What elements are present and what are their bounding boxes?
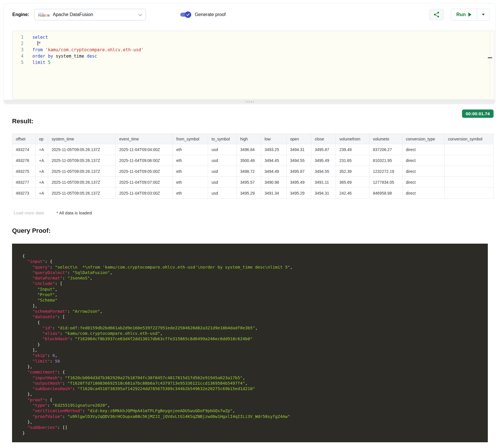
code-token bbox=[22, 370, 27, 374]
code-line: order by system_time desc bbox=[32, 53, 494, 59]
code-token: "Schema" bbox=[37, 298, 57, 302]
table-row: 493277+A2025-11-05T09:05:26.137Z2025-11-… bbox=[12, 177, 494, 188]
code-token: "subQueries" bbox=[27, 425, 57, 430]
code-token bbox=[22, 425, 27, 430]
code-token bbox=[22, 270, 32, 275]
table-cell: eth bbox=[173, 177, 208, 188]
share-button[interactable] bbox=[429, 9, 444, 20]
proof-line: "include": [ bbox=[22, 281, 483, 286]
code-token: "alias" bbox=[42, 331, 60, 336]
column-header: low bbox=[261, 134, 287, 144]
code-token: "subQueriesHash" bbox=[32, 386, 73, 391]
code-token: "u9hlgwlD3Vy2qQDV36rHCOupxa08c5KjMZJ2_jQ… bbox=[67, 414, 290, 419]
table-cell: 493274 bbox=[12, 144, 36, 155]
code-token bbox=[22, 408, 32, 413]
code-token: : { bbox=[45, 398, 52, 402]
code-token: "did:key:z6MkkhJQPHpA41mTPLFgBeygnjeeADU… bbox=[87, 408, 232, 413]
proof-line: }, bbox=[22, 364, 483, 369]
code-token: , bbox=[245, 381, 248, 386]
table-cell: 3495.87 bbox=[287, 166, 311, 177]
proof-line: "proofValue": "u9hlgwlD3Vy2qQDV36rHCOupx… bbox=[22, 414, 483, 419]
table-cell: 231.65 bbox=[336, 155, 369, 166]
table-cell: 2025-11-04T09:07:00Z bbox=[116, 177, 173, 188]
proof-line: ], bbox=[22, 303, 483, 309]
column-header: event_time bbox=[116, 134, 173, 144]
code-token: order bbox=[32, 54, 45, 59]
table-cell: 365.69 bbox=[336, 177, 369, 188]
table-cell: 3494.45 bbox=[261, 155, 287, 166]
code-token: : bbox=[62, 276, 67, 280]
code-token: }, bbox=[22, 420, 32, 424]
code-token bbox=[22, 403, 32, 408]
code-token: ], bbox=[22, 348, 37, 352]
column-header: conversion_symbol bbox=[445, 134, 494, 144]
code-token bbox=[22, 381, 32, 386]
code-token bbox=[22, 265, 32, 269]
code-token: , bbox=[255, 326, 258, 330]
code-token: 'kamu/com.cryptocompare.ohlcv.eth-usd' bbox=[45, 47, 144, 52]
table-cell bbox=[445, 177, 494, 188]
table-cell: 493276 bbox=[12, 155, 36, 166]
load-more-button[interactable]: Load more data bbox=[14, 210, 44, 215]
generate-proof-toggle[interactable] bbox=[180, 11, 191, 18]
code-token: "include" bbox=[32, 281, 55, 286]
code-token: limit bbox=[32, 60, 45, 65]
run-button[interactable]: Run bbox=[451, 9, 477, 20]
code-token: "SqlDataFusion" bbox=[73, 270, 110, 275]
code-token bbox=[22, 331, 42, 336]
code-token: "f162064cf8b3937ce63d4f2dd13017db63cffe3… bbox=[75, 337, 253, 341]
code-token bbox=[22, 309, 32, 314]
resize-handle[interactable] bbox=[245, 101, 254, 103]
line-number: 5 bbox=[13, 59, 28, 66]
line-number: 3 bbox=[13, 47, 28, 53]
table-cell bbox=[445, 155, 494, 166]
code-token: , bbox=[100, 309, 103, 314]
table-cell: +A bbox=[36, 155, 48, 166]
code-token bbox=[22, 314, 32, 319]
code-token: }, bbox=[22, 392, 32, 396]
table-cell: 3494.31 bbox=[311, 188, 336, 199]
proof-line: "subQueriesHash": "f1620ca4510738395af14… bbox=[22, 386, 483, 392]
engine-select[interactable]: DATA. FUSION Apache DataFusion bbox=[34, 9, 146, 20]
code-token bbox=[43, 47, 45, 52]
play-icon bbox=[468, 13, 471, 17]
code-token: "kamu/com.cryptocompare.ohlcv.eth-usd" bbox=[65, 331, 160, 336]
column-header: to_symbol bbox=[208, 134, 237, 144]
table-cell: 3494.55 bbox=[311, 166, 336, 177]
code-line: from 'kamu/com.cryptocompare.ohlcv.eth-u… bbox=[32, 47, 494, 53]
column-header: system_time bbox=[48, 134, 116, 144]
table-cell: 2025-11-04T09:05:00Z bbox=[116, 166, 173, 177]
table-cell: 493273 bbox=[12, 188, 36, 199]
table-cell bbox=[445, 144, 494, 155]
code-token: desc bbox=[87, 54, 97, 59]
code-token: "id" bbox=[42, 326, 52, 330]
run-menu-button[interactable] bbox=[477, 9, 490, 20]
code-token: "Proof" bbox=[37, 292, 55, 297]
table-cell: 3495.49 bbox=[311, 155, 336, 166]
sql-editor[interactable]: 12345 select *from 'kamu/com.cryptocompa… bbox=[12, 31, 494, 99]
code-token bbox=[22, 359, 32, 363]
code-token bbox=[22, 276, 32, 280]
toggle-thumb bbox=[185, 11, 191, 18]
table-cell: 3493.25 bbox=[261, 144, 287, 155]
share-icon bbox=[433, 11, 440, 18]
table-row: 493276+A2025-11-05T09:05:26.137Z2025-11-… bbox=[12, 155, 494, 166]
proof-line: } bbox=[22, 342, 483, 347]
table-cell: 2025-11-04T09:04:00Z bbox=[116, 144, 173, 155]
table-cell: 3490.98 bbox=[261, 177, 287, 188]
table-cell: 3500.48 bbox=[237, 155, 261, 166]
proof-line: ], bbox=[22, 347, 483, 353]
proof-line: { bbox=[22, 253, 483, 259]
code-token: : bbox=[67, 270, 72, 275]
proof-line: "dataFormat": "JsonAoS", bbox=[22, 275, 483, 281]
editor-scrollbar-thumb[interactable] bbox=[488, 57, 492, 58]
code-token: { bbox=[22, 320, 40, 325]
code-token: : bbox=[47, 353, 52, 358]
code-token: "commitment" bbox=[27, 370, 57, 374]
query-panel: Engine: DATA. FUSION Apache DataFusion G… bbox=[3, 3, 496, 104]
code-token: ], bbox=[22, 304, 37, 308]
datafusion-logo: DATA. FUSION bbox=[38, 12, 50, 17]
proof-line: "type": "Ed25519Signature2020", bbox=[22, 403, 483, 408]
code-token: : bbox=[50, 359, 55, 363]
code-line: * bbox=[32, 40, 494, 47]
